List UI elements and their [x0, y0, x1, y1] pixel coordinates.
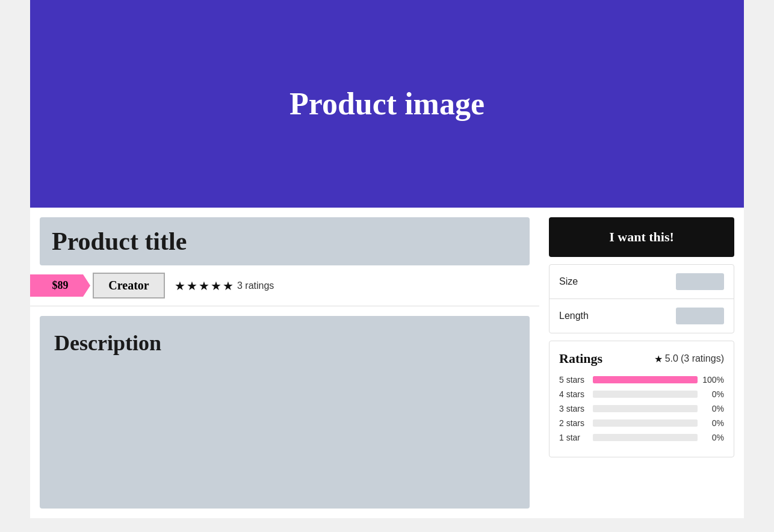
hero-image-label: Product image [289, 86, 485, 122]
rating-bar-5stars: 5 stars 100% [559, 375, 724, 385]
rating-bar-1star: 1 star 0% [559, 433, 724, 442]
ratings-header: Ratings ★ 5.0 (3 ratings) [559, 351, 724, 367]
star-4: ★ [211, 279, 221, 293]
option-value-length[interactable] [676, 308, 724, 324]
ratings-box: Ratings ★ 5.0 (3 ratings) 5 stars 100% [549, 341, 734, 457]
bar-pct-2: 0% [702, 418, 724, 428]
bar-fill-5 [593, 376, 698, 383]
page-wrapper: Product image Product title $89 Creator … [30, 0, 744, 518]
bar-pct-1: 0% [702, 433, 724, 442]
bar-bg-2 [593, 419, 698, 427]
bar-label-3: 3 stars [559, 404, 588, 413]
star-3: ★ [199, 279, 209, 293]
bar-pct-4: 0% [702, 389, 724, 399]
meta-bar: $89 Creator ★ ★ ★ ★ ★ 3 ratings [30, 265, 539, 306]
ratings-score: ★ 5.0 (3 ratings) [654, 353, 724, 365]
description-title: Description [54, 330, 515, 356]
price-tag: $89 [30, 274, 90, 297]
hero-image-area: Product image [30, 0, 744, 208]
option-row-length: Length [550, 299, 734, 333]
ratings-row: ★ ★ ★ ★ ★ 3 ratings [175, 279, 274, 293]
bar-label-4: 4 stars [559, 389, 588, 399]
bar-bg-5 [593, 376, 698, 383]
bar-label-2: 2 stars [559, 418, 588, 428]
bar-bg-1 [593, 434, 698, 441]
bar-label-5: 5 stars [559, 375, 588, 385]
star-2: ★ [187, 279, 197, 293]
bar-pct-3: 0% [702, 404, 724, 413]
option-label-length: Length [559, 311, 589, 321]
star-5: ★ [223, 279, 234, 293]
buy-button[interactable]: I want this! [549, 217, 734, 257]
bar-bg-3 [593, 405, 698, 412]
rating-bar-4stars: 4 stars 0% [559, 389, 724, 399]
left-column: Product title $89 Creator ★ ★ ★ ★ ★ 3 ra… [30, 208, 539, 518]
ratings-score-count: (3 ratings) [681, 353, 724, 364]
option-label-size: Size [559, 276, 578, 287]
bar-pct-5: 100% [702, 375, 724, 385]
bar-label-1: 1 star [559, 433, 588, 442]
rating-bar-2stars: 2 stars 0% [559, 418, 724, 428]
options-box: Size Length [549, 264, 734, 333]
option-row-size: Size [550, 265, 734, 299]
option-value-size[interactable] [676, 273, 724, 290]
description-area: Description [40, 316, 530, 509]
creator-badge: Creator [93, 273, 165, 298]
product-title-area: Product title [40, 217, 530, 265]
rating-bar-3stars: 3 stars 0% [559, 404, 724, 413]
ratings-title: Ratings [559, 351, 602, 367]
bar-bg-4 [593, 391, 698, 398]
main-content: Product title $89 Creator ★ ★ ★ ★ ★ 3 ra… [30, 208, 744, 518]
ratings-count: 3 ratings [237, 280, 274, 291]
product-title: Product title [52, 227, 518, 256]
star-1: ★ [175, 279, 185, 293]
ratings-score-value: 5.0 [665, 353, 678, 364]
right-column: I want this! Size Length Ratings ★ [539, 208, 744, 518]
ratings-star-icon: ★ [654, 353, 663, 365]
stars-display: ★ ★ ★ ★ ★ [175, 279, 234, 293]
